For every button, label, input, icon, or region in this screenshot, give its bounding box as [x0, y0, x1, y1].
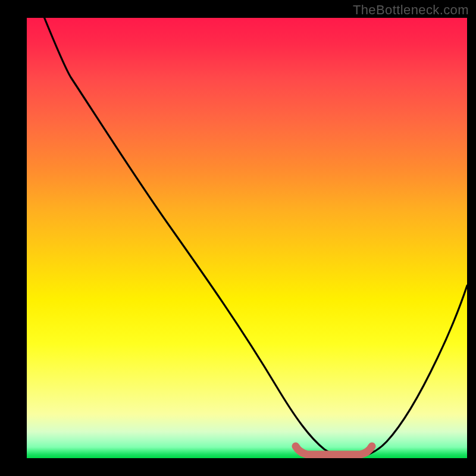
- chart-frame: TheBottleneck.com: [0, 0, 476, 476]
- optimal-zone-marker: [296, 446, 372, 455]
- bottleneck-curve: [45, 18, 467, 456]
- curve-layer: [27, 18, 467, 458]
- watermark-text: TheBottleneck.com: [353, 2, 469, 18]
- plot-area: [27, 18, 467, 458]
